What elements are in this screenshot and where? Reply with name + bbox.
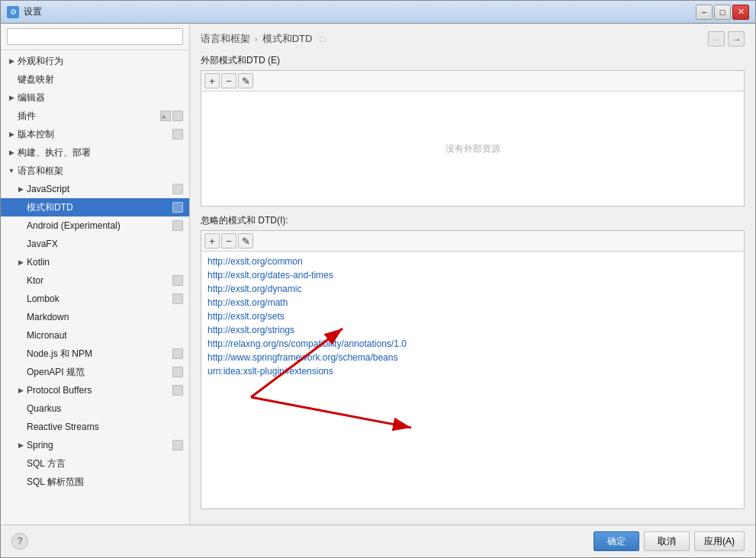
external-add-button[interactable]: +	[204, 73, 220, 88]
sidebar-item-label: Node.js 和 NPM	[27, 348, 92, 361]
sidebar-item-spring[interactable]: ▶ Spring	[1, 436, 189, 454]
sidebar-item-label: Reactive Streams	[27, 422, 99, 432]
expand-icon: ▶	[16, 386, 25, 395]
list-item[interactable]: http://exslt.org/strings	[201, 323, 744, 337]
sidebar-item-sql-dialect[interactable]: SQL 方言	[1, 454, 189, 473]
spacer	[7, 111, 16, 120]
nav-buttons: ← →	[708, 31, 745, 46]
sidebar-item-build[interactable]: ▶ 构建、执行、部署	[1, 143, 189, 162]
window-title: 设置	[24, 5, 696, 18]
list-item[interactable]: http://exslt.org/math	[201, 296, 744, 309]
help-button[interactable]: ?	[11, 533, 28, 550]
sidebar-item-label: Lombok	[27, 293, 60, 304]
svg-text:A: A	[162, 114, 166, 120]
js-badge	[172, 184, 183, 194]
lombok-badge	[172, 293, 183, 304]
sidebar-item-javascript[interactable]: ▶ JavaScript	[1, 180, 189, 198]
ok-button[interactable]: 确定	[594, 531, 639, 551]
search-box	[1, 24, 189, 50]
expand-icon: ▶	[7, 93, 16, 102]
search-input[interactable]	[7, 28, 183, 45]
sidebar-item-label: Ktor	[27, 275, 43, 286]
expand-icon: ▶	[7, 56, 16, 66]
maximize-button[interactable]: □	[714, 5, 731, 20]
android-badge	[172, 220, 183, 231]
sidebar-item-android[interactable]: Android (Experimental)	[1, 216, 189, 235]
breadcrumb-sep: ›	[255, 34, 258, 43]
sidebar-item-plugins[interactable]: 插件 A	[1, 107, 189, 125]
openapi-badge	[172, 367, 183, 377]
list-item[interactable]: http://exslt.org/common	[201, 255, 744, 268]
external-section: 外部模式和DTD (E) + − ✎ 没有外部资源	[201, 54, 745, 207]
sidebar-item-label: 构建、执行、部署	[18, 146, 91, 159]
sidebar-item-protobuf[interactable]: ▶ Protocol Buffers	[1, 381, 189, 399]
spacer	[16, 221, 25, 230]
sidebar-item-lombok[interactable]: Lombok	[1, 290, 189, 308]
sidebar-item-label: Protocol Buffers	[27, 385, 92, 396]
main-wrapper: 语言和框架 › 模式和DTD □ ← → 外部模式和DTD (E) +	[190, 24, 755, 524]
list-item[interactable]: http://exslt.org/dynamic	[201, 282, 744, 296]
sidebar-item-javafx[interactable]: JavaFX	[1, 235, 189, 253]
sidebar-item-keymap[interactable]: 键盘映射	[1, 70, 189, 88]
expand-icon: ▶	[16, 184, 25, 194]
sidebar-item-quarkus[interactable]: Quarkus	[1, 399, 189, 418]
sidebar-item-ktor[interactable]: Ktor	[1, 271, 189, 290]
sidebar-item-label: 模式和DTD	[27, 201, 73, 214]
sidebar-item-label: OpenAPI 规范	[27, 366, 85, 379]
sidebar-item-kotlin[interactable]: ▶ Kotlin	[1, 253, 189, 271]
list-item[interactable]: http://exslt.org/sets	[201, 309, 744, 323]
external-empty-label: 没有外部资源	[446, 143, 500, 156]
sidebar-item-label: SQL 方言	[27, 457, 66, 470]
sidebar-item-nodejs[interactable]: Node.js 和 NPM	[1, 345, 189, 363]
close-button[interactable]: ✕	[732, 5, 749, 20]
sidebar-item-micronaut[interactable]: Micronaut	[1, 326, 189, 345]
nav-back-button[interactable]: ←	[708, 31, 725, 46]
sidebar-item-label: 语言和框架	[18, 165, 63, 178]
sidebar-item-reactive-streams[interactable]: Reactive Streams	[1, 418, 189, 436]
sidebar-list: ▶ 外观和行为 键盘映射 ▶ 编辑器 插件	[1, 50, 189, 524]
sidebar-item-openapi[interactable]: OpenAPI 规范	[1, 363, 189, 381]
sidebar-item-label: 版本控制	[18, 128, 54, 141]
sidebar-item-label: 键盘映射	[18, 73, 54, 86]
expand-icon: ▶	[16, 441, 25, 450]
spacer	[16, 477, 25, 486]
expand-icon: ▼	[7, 166, 16, 175]
spacer	[16, 349, 25, 358]
list-item[interactable]: http://relaxng.org/ns/compatibility/anno…	[201, 337, 744, 351]
ignored-edit-button[interactable]: ✎	[238, 233, 253, 249]
list-item[interactable]: http://exslt.org/dates-and-times	[201, 268, 744, 282]
nav-forward-button[interactable]: →	[728, 31, 745, 46]
spacer	[7, 75, 16, 84]
sidebar-item-vcs[interactable]: ▶ 版本控制	[1, 125, 189, 143]
sidebar-item-editor[interactable]: ▶ 编辑器	[1, 88, 189, 107]
apply-button[interactable]: 应用(A)	[694, 531, 745, 551]
spacer	[16, 294, 25, 303]
sidebar-item-markdown[interactable]: Markdown	[1, 308, 189, 326]
main-panel: 语言和框架 › 模式和DTD □ ← → 外部模式和DTD (E) +	[190, 24, 755, 524]
sidebar-item-languages[interactable]: ▼ 语言和框架	[1, 162, 189, 180]
breadcrumb-parent: 语言和框架	[201, 32, 250, 46]
plugin-badge: A	[160, 111, 171, 121]
external-remove-button[interactable]: −	[221, 73, 236, 88]
ignored-list: http://exslt.org/commonhttp://exslt.org/…	[201, 252, 744, 508]
ignored-add-button[interactable]: +	[204, 233, 220, 249]
list-item[interactable]: urn:idea:xslt-plugin#extensions	[201, 364, 744, 378]
external-edit-button[interactable]: ✎	[238, 73, 253, 88]
ignored-section-label: 忽略的模式和 DTD(I):	[201, 214, 745, 227]
breadcrumb-current: 模式和DTD	[262, 32, 313, 46]
list-item[interactable]: http://www.springframework.org/schema/be…	[201, 351, 744, 364]
external-toolbar: + − ✎	[201, 71, 744, 91]
cancel-button[interactable]: 取消	[644, 531, 690, 551]
expand-icon: ▶	[16, 258, 25, 267]
sidebar-item-label: Kotlin	[27, 257, 50, 268]
sidebar-item-sql-scope[interactable]: SQL 解析范围	[1, 473, 189, 491]
spacer	[16, 331, 25, 340]
sidebar-item-schema-dtd[interactable]: 模式和DTD	[1, 198, 189, 216]
app-icon: ⚙	[7, 6, 19, 18]
sidebar-item-appearance[interactable]: ▶ 外观和行为	[1, 52, 189, 70]
minimize-button[interactable]: −	[696, 5, 713, 20]
spacer	[16, 239, 25, 249]
spring-badge	[172, 440, 183, 451]
spacer	[16, 459, 25, 468]
ignored-remove-button[interactable]: −	[221, 233, 236, 249]
